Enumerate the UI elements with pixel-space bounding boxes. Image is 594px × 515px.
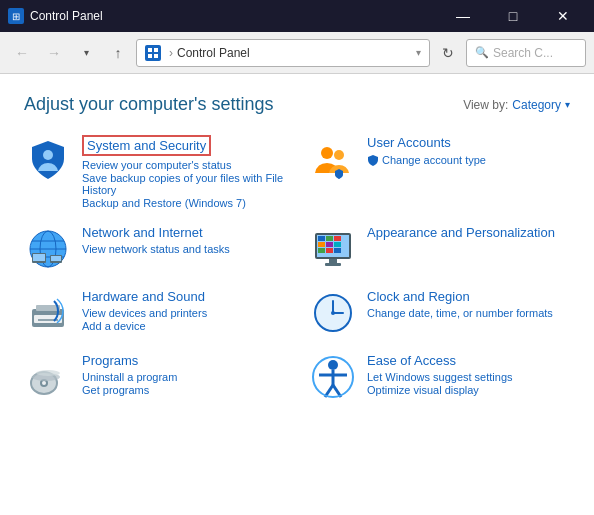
svg-point-43 xyxy=(42,381,46,385)
svg-rect-27 xyxy=(318,248,325,253)
user-accounts-title[interactable]: User Accounts xyxy=(367,135,451,150)
system-security-link-1[interactable]: Review your computer's status xyxy=(82,159,285,171)
nav-bar: ← → ▾ ↑ › Control Panel ▾ ↻ 🔍 Search C..… xyxy=(0,32,594,74)
programs-link-1[interactable]: Uninstall a program xyxy=(82,371,285,383)
title-bar: ⊞ Control Panel — □ ✕ xyxy=(0,0,594,32)
appearance-title[interactable]: Appearance and Personalization xyxy=(367,225,555,240)
category-system-security: System and Security Review your computer… xyxy=(24,135,285,209)
svg-rect-5 xyxy=(148,54,152,58)
categories-grid: System and Security Review your computer… xyxy=(24,135,570,401)
page-header: Adjust your computer's settings View by:… xyxy=(24,94,570,115)
ease-of-access-link-2[interactable]: Optimize visual display xyxy=(367,384,570,396)
svg-point-8 xyxy=(321,147,333,159)
svg-rect-6 xyxy=(154,54,158,58)
window-controls: — □ ✕ xyxy=(440,0,586,32)
svg-rect-25 xyxy=(326,242,333,247)
network-internet-content: Network and Internet View network status… xyxy=(82,225,285,255)
view-by-control: View by: Category ▾ xyxy=(463,98,570,112)
system-security-content: System and Security Review your computer… xyxy=(82,135,285,209)
search-box[interactable]: 🔍 Search C... xyxy=(466,39,586,67)
view-by-chevron-icon[interactable]: ▾ xyxy=(565,99,570,110)
svg-text:⊞: ⊞ xyxy=(12,11,20,22)
category-appearance: Appearance and Personalization xyxy=(309,225,570,273)
network-internet-title[interactable]: Network and Internet xyxy=(82,225,203,240)
user-accounts-content: User Accounts Change account type xyxy=(367,135,570,166)
category-clock-region: Clock and Region Change date, time, or n… xyxy=(309,289,570,337)
svg-rect-4 xyxy=(154,48,158,52)
system-security-link-3[interactable]: Backup and Restore (Windows 7) xyxy=(82,197,285,209)
svg-rect-16 xyxy=(33,254,45,261)
programs-content: Programs Uninstall a program Get program… xyxy=(82,353,285,396)
hardware-sound-link-1[interactable]: View devices and printers xyxy=(82,307,285,319)
ease-of-access-icon xyxy=(309,353,357,401)
hardware-sound-content: Hardware and Sound View devices and prin… xyxy=(82,289,285,332)
svg-rect-18 xyxy=(51,256,61,261)
network-internet-icon xyxy=(24,225,72,273)
svg-rect-30 xyxy=(329,259,337,263)
address-bar-icon xyxy=(145,45,161,61)
address-bar[interactable]: › Control Panel ▾ xyxy=(136,39,430,67)
view-by-label: View by: xyxy=(463,98,508,112)
clock-region-title[interactable]: Clock and Region xyxy=(367,289,470,304)
hardware-sound-link-2[interactable]: Add a device xyxy=(82,320,285,332)
hardware-sound-icon xyxy=(24,289,72,337)
ease-of-access-content: Ease of Access Let Windows suggest setti… xyxy=(367,353,570,396)
category-network-internet: Network and Internet View network status… xyxy=(24,225,285,273)
programs-link-2[interactable]: Get programs xyxy=(82,384,285,396)
search-placeholder: Search C... xyxy=(493,46,553,60)
clock-region-content: Clock and Region Change date, time, or n… xyxy=(367,289,570,319)
nav-dropdown-button[interactable]: ▾ xyxy=(72,39,100,67)
address-chevron-icon: ▾ xyxy=(416,47,421,58)
maximize-button[interactable]: □ xyxy=(490,0,536,32)
appearance-icon xyxy=(309,225,357,273)
window-title: Control Panel xyxy=(30,9,440,23)
svg-rect-24 xyxy=(318,242,325,247)
ease-of-access-link-1[interactable]: Let Windows suggest settings xyxy=(367,371,570,383)
hardware-sound-title[interactable]: Hardware and Sound xyxy=(82,289,205,304)
system-security-title[interactable]: System and Security xyxy=(82,135,211,156)
category-ease-of-access: Ease of Access Let Windows suggest setti… xyxy=(309,353,570,401)
clock-region-icon xyxy=(309,289,357,337)
svg-point-39 xyxy=(331,311,335,315)
user-accounts-link-1[interactable]: Change account type xyxy=(382,154,486,166)
appearance-content: Appearance and Personalization xyxy=(367,225,570,242)
svg-point-7 xyxy=(43,150,53,160)
svg-rect-23 xyxy=(334,236,341,241)
svg-rect-29 xyxy=(334,248,341,253)
system-security-icon xyxy=(24,135,72,183)
svg-rect-31 xyxy=(325,263,341,266)
search-icon: 🔍 xyxy=(475,46,489,59)
main-content: Adjust your computer's settings View by:… xyxy=(0,74,594,515)
address-separator: › xyxy=(169,46,173,60)
svg-rect-28 xyxy=(326,248,333,253)
minimize-button[interactable]: — xyxy=(440,0,486,32)
page-title: Adjust your computer's settings xyxy=(24,94,274,115)
clock-region-link-1[interactable]: Change date, time, or number formats xyxy=(367,307,570,319)
refresh-button[interactable]: ↻ xyxy=(434,39,462,67)
svg-rect-22 xyxy=(326,236,333,241)
programs-title[interactable]: Programs xyxy=(82,353,138,368)
close-button[interactable]: ✕ xyxy=(540,0,586,32)
svg-point-46 xyxy=(328,360,338,370)
view-by-value[interactable]: Category xyxy=(512,98,561,112)
category-programs: Programs Uninstall a program Get program… xyxy=(24,353,285,401)
svg-rect-21 xyxy=(318,236,325,241)
ease-of-access-title[interactable]: Ease of Access xyxy=(367,353,456,368)
svg-point-9 xyxy=(334,150,344,160)
category-hardware-sound: Hardware and Sound View devices and prin… xyxy=(24,289,285,337)
programs-icon xyxy=(24,353,72,401)
app-icon: ⊞ xyxy=(8,8,24,24)
svg-point-45 xyxy=(36,370,60,376)
network-internet-link-1[interactable]: View network status and tasks xyxy=(82,243,285,255)
svg-rect-26 xyxy=(334,242,341,247)
category-user-accounts: User Accounts Change account type xyxy=(309,135,570,209)
up-button[interactable]: ↑ xyxy=(104,39,132,67)
forward-button[interactable]: → xyxy=(40,39,68,67)
shield-small-icon xyxy=(367,154,379,166)
user-accounts-icon xyxy=(309,135,357,183)
back-button[interactable]: ← xyxy=(8,39,36,67)
svg-rect-3 xyxy=(148,48,152,52)
address-text: Control Panel xyxy=(177,46,250,60)
system-security-link-2[interactable]: Save backup copies of your files with Fi… xyxy=(82,172,285,196)
